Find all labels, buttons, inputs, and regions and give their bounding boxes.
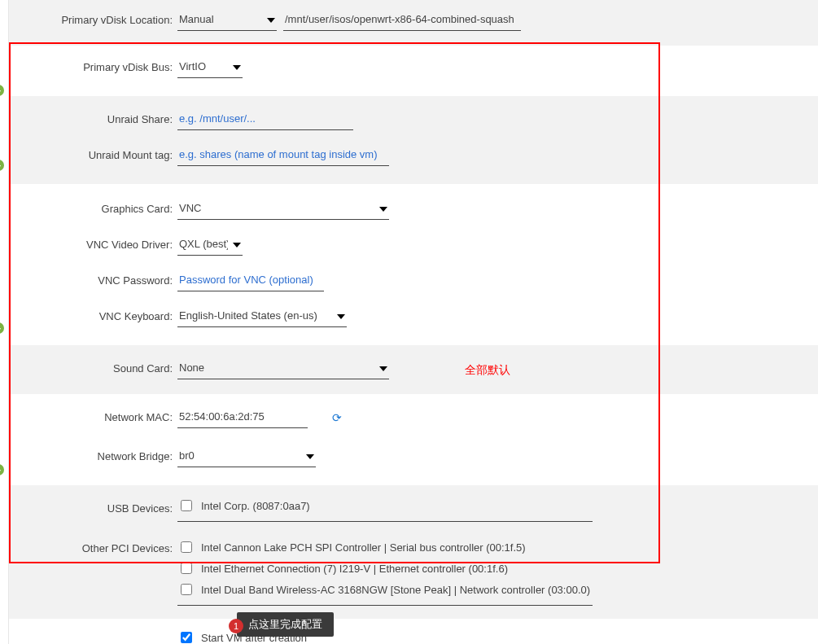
pci-device-row: Intel Dual Band Wireless-AC 3168NGW [Sto… [177, 579, 593, 600]
sound-card-label: Sound Card: [9, 358, 177, 379]
vdisk-bus-label: Primary vDisk Bus: [9, 57, 177, 78]
pci-device-row: Intel Ethernet Connection (7) I219-V | E… [177, 558, 593, 579]
add-graphics-button[interactable]: + [0, 322, 4, 334]
network-mac-input[interactable] [177, 407, 308, 428]
vnc-password-label: VNC Password: [9, 270, 177, 291]
pci-device-text: Intel Ethernet Connection (7) I219-V | E… [201, 563, 508, 575]
vnc-keyboard-label: VNC Keyboard: [9, 306, 177, 327]
add-vdisk-button[interactable]: + [0, 85, 4, 96]
usb-device-row: Intel Corp. (8087:0aa7) [177, 495, 593, 516]
vnc-driver-select[interactable]: QXL (best) [177, 234, 243, 256]
usb-devices-label: USB Devices: [9, 495, 177, 519]
network-bridge-select[interactable]: br0 [177, 446, 316, 467]
vdisk-location-label: Primary vDisk Location: [9, 10, 177, 31]
pci-device-checkbox[interactable] [181, 541, 192, 553]
vnc-password-input[interactable] [177, 270, 324, 291]
add-network-button[interactable]: + [0, 464, 4, 475]
usb-device-checkbox[interactable] [181, 500, 192, 511]
pci-device-text: Intel Dual Band Wireless-AC 3168NGW [Sto… [201, 584, 590, 596]
pci-device-checkbox[interactable] [181, 584, 192, 595]
start-vm-checkbox[interactable] [181, 632, 192, 643]
refresh-mac-icon[interactable]: ⟳ [332, 411, 342, 424]
graphics-card-select[interactable]: VNC [177, 199, 389, 220]
pci-devices-label: Other PCI Devices: [9, 535, 177, 559]
usb-device-text: Intel Corp. (8087:0aa7) [201, 500, 310, 512]
vdisk-bus-select[interactable]: VirtIO [177, 57, 243, 78]
pci-device-row: Intel Cannon Lake PCH SPI Controller | S… [177, 537, 593, 558]
sound-card-select[interactable]: None [177, 358, 389, 379]
vdisk-path-input[interactable] [283, 10, 521, 31]
tooltip-number: 1 [229, 619, 243, 633]
unraid-mount-input[interactable] [177, 145, 389, 166]
network-mac-label: Network MAC: [9, 407, 177, 428]
vnc-driver-label: VNC Video Driver: [9, 234, 177, 256]
vnc-keyboard-select[interactable]: English-United States (en-us) [177, 306, 347, 327]
add-share-button[interactable]: + [0, 160, 4, 171]
pci-device-text: Intel Cannon Lake PCH SPI Controller | S… [201, 541, 526, 554]
pci-device-checkbox[interactable] [181, 563, 192, 574]
unraid-share-label: Unraid Share: [9, 109, 177, 130]
network-bridge-label: Network Bridge: [9, 446, 177, 467]
vdisk-location-select[interactable]: Manual [177, 10, 277, 31]
tooltip-bubble: 点这里完成配置 [237, 612, 334, 637]
unraid-share-input[interactable] [177, 109, 353, 130]
unraid-mount-label: Unraid Mount tag: [9, 145, 177, 166]
graphics-card-label: Graphics Card: [9, 199, 177, 220]
